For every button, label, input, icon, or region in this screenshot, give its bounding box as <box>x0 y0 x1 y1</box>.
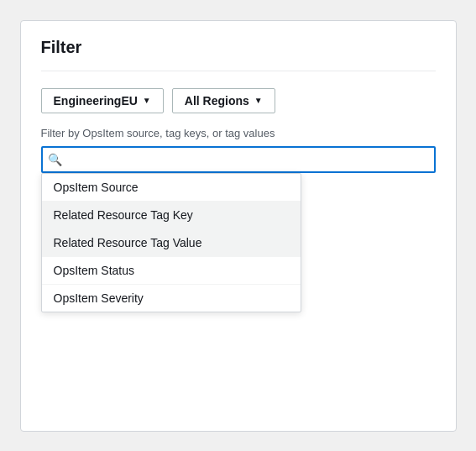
dropdown-item-related-resource-tag-key[interactable]: Related Resource Tag Key <box>42 202 301 229</box>
search-container: 🔍 OpsItem Source Related Resource Tag Ke… <box>41 146 436 173</box>
filter-panel: Filter EngineeringEU ▼ All Regions ▼ Fil… <box>20 20 457 432</box>
all-regions-label: All Regions <box>185 94 249 108</box>
dropdown-list: OpsItem Source Related Resource Tag Key … <box>41 173 301 312</box>
chevron-down-icon: ▼ <box>254 96 263 105</box>
all-regions-button[interactable]: All Regions ▼ <box>172 88 275 113</box>
dropdown-item-opsitem-severity[interactable]: OpsItem Severity <box>42 285 301 312</box>
search-input[interactable] <box>41 146 436 173</box>
dropdown-item-opsitem-status[interactable]: OpsItem Status <box>42 257 301 285</box>
filter-description: Filter by OpsItem source, tag keys, or t… <box>41 127 436 139</box>
dropdown-item-related-resource-tag-value[interactable]: Related Resource Tag Value <box>42 229 301 257</box>
dropdown-item-opsitem-source[interactable]: OpsItem Source <box>42 174 301 202</box>
chevron-down-icon: ▼ <box>143 96 151 105</box>
panel-title: Filter <box>41 38 436 71</box>
engineering-eu-label: EngineeringEU <box>54 94 138 108</box>
filter-buttons-row: EngineeringEU ▼ All Regions ▼ <box>41 88 436 113</box>
engineering-eu-button[interactable]: EngineeringEU ▼ <box>41 88 164 113</box>
